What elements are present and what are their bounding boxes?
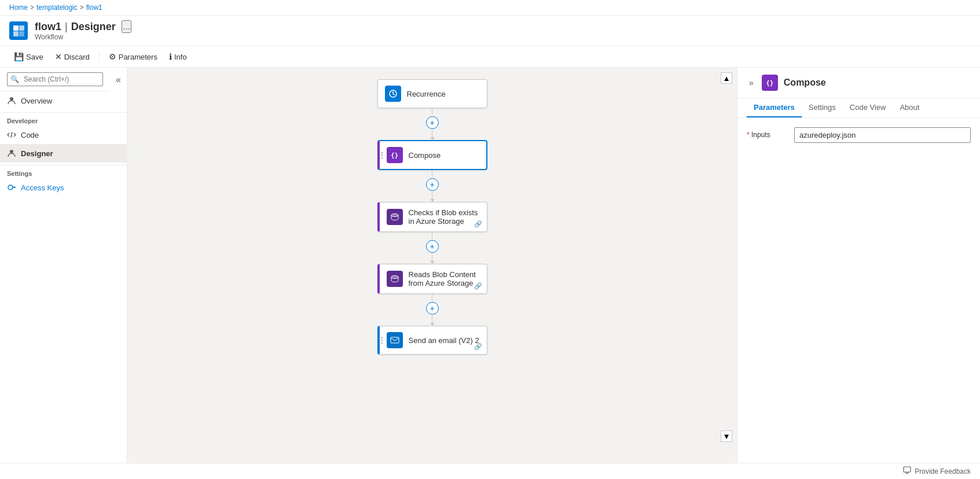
more-options-button[interactable]: ... (122, 20, 131, 33)
recurrence-label: Recurrence (407, 90, 446, 98)
sidebar-nav: Overview Developer Code Designer Setting… (0, 91, 127, 463)
send-email-node-box[interactable]: ⋮ Send an email (V2) 2 🔗 (377, 326, 487, 355)
inputs-field-label: Inputs (751, 131, 770, 139)
app-avatar (9, 21, 28, 40)
compose-icon: {} (387, 147, 403, 163)
connector-2: + (426, 170, 439, 202)
node-compose: ⋮ {} Compose (377, 140, 487, 170)
breadcrumb-sep1: > (30, 3, 34, 12)
checks-blob-node-box[interactable]: Checks if Blob exists in Azure Storage 🔗 (377, 202, 487, 232)
tab-settings[interactable]: Settings (802, 98, 843, 117)
svg-point-6 (10, 150, 13, 153)
svg-point-4 (10, 97, 13, 101)
send-email-label: Send an email (V2) 2 (409, 336, 479, 345)
breadcrumb-flow1[interactable]: flow1 (86, 3, 102, 12)
canvas-scroll[interactable]: Recurrence + ⋮ {} (127, 68, 737, 463)
recurrence-node-box[interactable]: Recurrence (377, 79, 487, 108)
reads-blob-node-box[interactable]: Reads Blob Content from Azure Storage 🔗 (377, 264, 487, 294)
checks-blob-icon (387, 209, 403, 225)
right-panel-node-icon: {} (762, 75, 778, 91)
info-label: Info (174, 53, 187, 61)
parameters-button[interactable]: ⚙ Parameters (104, 50, 162, 64)
main-layout: 🔍 « Overview Developer Code Designer Set… (0, 68, 980, 463)
add-step-3-button[interactable]: + (426, 240, 439, 253)
code-label: Code (21, 131, 39, 139)
right-panel-header: » {} Compose (737, 68, 980, 98)
sidebar-item-designer[interactable]: Designer (0, 144, 127, 163)
checks-blob-link-icon: 🔗 (474, 220, 482, 228)
header: flow1 | Designer ... Workflow (0, 16, 980, 46)
connector-3: + (426, 232, 439, 264)
info-button[interactable]: ℹ Info (164, 50, 192, 64)
node-checks-blob: Checks if Blob exists in Azure Storage 🔗 (377, 202, 487, 232)
feedback-label: Provide Feedback (915, 467, 971, 476)
node-send-email: ⋮ Send an email (V2) 2 🔗 (377, 326, 487, 355)
designer-nav-label: Designer (21, 149, 53, 158)
sidebar-collapse-button[interactable]: « (110, 70, 127, 90)
add-step-1-button[interactable]: + (426, 116, 439, 129)
tab-code-view[interactable]: Code View (843, 98, 893, 117)
discard-label: Discard (64, 53, 90, 61)
discard-button[interactable]: ✕ Discard (50, 50, 94, 64)
svg-rect-0 (13, 25, 19, 31)
workflow-name: flow1 (35, 21, 61, 33)
compose-node-box[interactable]: ⋮ {} Compose (377, 140, 487, 170)
toolbar-sep (99, 51, 100, 62)
canvas: Recurrence + ⋮ {} (127, 68, 737, 463)
send-email-menu-dots[interactable]: ⋮ (379, 336, 386, 344)
inputs-label: * Inputs (747, 127, 787, 139)
feedback-button[interactable]: Provide Feedback (903, 466, 971, 476)
node-reads-blob: Reads Blob Content from Azure Storage 🔗 (377, 264, 487, 294)
breadcrumb: Home > templatelogic > flow1 (0, 0, 980, 16)
sidebar: 🔍 « Overview Developer Code Designer Set… (0, 68, 127, 463)
sidebar-item-overview[interactable]: Overview (0, 91, 127, 110)
recurrence-icon (385, 86, 401, 102)
inputs-field-row: * Inputs (747, 127, 971, 143)
search-icon: 🔍 (10, 75, 19, 83)
right-panel-body: * Inputs (737, 118, 980, 463)
right-panel-title: Compose (784, 78, 826, 88)
svg-point-11 (391, 214, 398, 217)
sidebar-item-code[interactable]: Code (0, 126, 127, 144)
scroll-down-button[interactable]: ▼ (721, 430, 732, 442)
parameters-label: Parameters (119, 53, 157, 61)
discard-icon: ✕ (55, 52, 62, 61)
toolbar: 💾 Save ✕ Discard ⚙ Parameters ℹ Info (0, 46, 980, 68)
checks-blob-label: Checks if Blob exists in Azure Storage (409, 208, 480, 226)
flow-canvas: Recurrence + ⋮ {} (346, 79, 519, 463)
send-email-link-icon: 🔗 (474, 343, 482, 351)
breadcrumb-home[interactable]: Home (9, 3, 28, 12)
right-panel-collapse-button[interactable]: » (747, 76, 756, 90)
inputs-value-field[interactable] (794, 127, 971, 143)
developer-section-label: Developer (0, 112, 127, 126)
search-input[interactable] (7, 72, 103, 86)
svg-rect-13 (391, 337, 399, 343)
parameters-icon: ⚙ (109, 52, 116, 61)
svg-line-5 (11, 132, 12, 138)
sidebar-search-container: 🔍 (0, 68, 110, 91)
save-button[interactable]: 💾 Save (9, 50, 48, 64)
reads-blob-link-icon: 🔗 (474, 282, 482, 290)
tab-about[interactable]: About (893, 98, 926, 117)
canvas-wrap: Recurrence + ⋮ {} (127, 68, 737, 463)
header-sep: | (65, 21, 68, 33)
tab-parameters[interactable]: Parameters (747, 98, 802, 117)
right-panel: » {} Compose Parameters Settings Code Vi… (737, 68, 980, 463)
right-panel-tabs: Parameters Settings Code View About (737, 98, 980, 118)
overview-label: Overview (21, 97, 52, 105)
reads-blob-icon (387, 271, 403, 287)
compose-label: Compose (409, 151, 441, 160)
sidebar-item-access-keys[interactable]: Access Keys (0, 178, 127, 197)
settings-section-label: Settings (0, 165, 127, 178)
add-step-2-button[interactable]: + (426, 178, 439, 191)
breadcrumb-templatelogic[interactable]: templatelogic (36, 3, 78, 12)
save-label: Save (26, 53, 43, 61)
svg-rect-1 (19, 25, 24, 31)
reads-blob-label: Reads Blob Content from Azure Storage (409, 270, 480, 288)
feedback-icon (903, 466, 911, 476)
connector-4: + (426, 294, 439, 326)
scroll-up-button[interactable]: ▲ (721, 72, 732, 84)
compose-menu-dots[interactable]: ⋮ (379, 151, 386, 159)
add-step-4-button[interactable]: + (426, 302, 439, 315)
connector-1: + (426, 108, 439, 140)
